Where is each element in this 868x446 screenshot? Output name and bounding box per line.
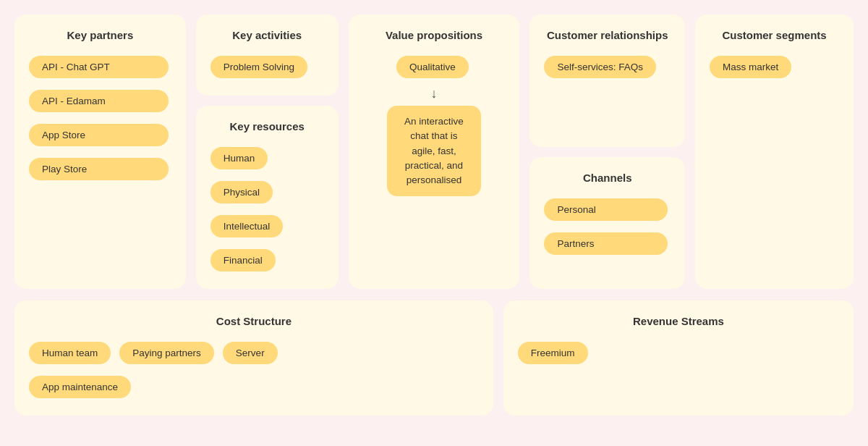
value-propositions-title: Value propositions xyxy=(363,29,506,41)
customer-segments-title: Customer segments xyxy=(710,29,839,41)
key-activities-title: Key activities xyxy=(210,29,324,41)
value-propositions-content: Qualitative ↓ An interactive chat that i… xyxy=(363,53,506,196)
customer-relationships-tags: Self-services: FAQs xyxy=(544,53,671,81)
tag-human: Human xyxy=(210,147,268,169)
revenue-streams-card: Revenue Streams Freemium xyxy=(503,300,854,416)
customer-segments-card: Customer segments Mass market xyxy=(695,14,854,289)
revenue-streams-tags: Freemium xyxy=(518,339,839,367)
arrow-down-icon: ↓ xyxy=(430,87,437,100)
tag-intellectual: Intellectual xyxy=(210,215,284,237)
relationships-channels-column: Customer relationships Self-services: FA… xyxy=(529,14,685,289)
customer-relationships-card: Customer relationships Self-services: FA… xyxy=(529,14,685,147)
canvas: Key partners API - Chat GPT API - Edamam… xyxy=(14,14,854,416)
tag-api-chatgpt: API - Chat GPT xyxy=(29,56,169,78)
key-activities-card: Key activities Problem Solving xyxy=(196,14,339,96)
key-partners-title: Key partners xyxy=(29,29,171,41)
key-partners-tags: API - Chat GPT API - Edamam App Store Pl… xyxy=(29,53,171,183)
tag-personal: Personal xyxy=(544,198,668,221)
channels-tags: Personal Partners xyxy=(544,195,671,258)
key-activities-tags: Problem Solving xyxy=(210,53,324,81)
tag-server: Server xyxy=(223,342,278,364)
tag-self-services: Self-services: FAQs xyxy=(544,56,656,78)
cost-structure-title: Cost Structure xyxy=(29,315,479,327)
tag-play-store: Play Store xyxy=(29,158,169,180)
tag-app-maintenance: App maintenance xyxy=(29,376,131,398)
key-resources-card: Key resources Human Physical Intellectua… xyxy=(196,106,339,289)
channels-title: Channels xyxy=(544,172,671,184)
tag-financial: Financial xyxy=(210,249,276,272)
tag-partners: Partners xyxy=(544,232,668,255)
key-resources-title: Key resources xyxy=(210,120,324,132)
tag-physical: Physical xyxy=(210,181,273,203)
cost-structure-row1: Human team Paying partners Server xyxy=(29,339,479,367)
tag-freemium: Freemium xyxy=(518,342,588,364)
cost-structure-row2: App maintenance xyxy=(29,373,479,401)
key-resources-tags: Human Physical Intellectual Financial xyxy=(210,144,324,274)
value-description: An interactive chat that is agile, fast,… xyxy=(387,106,481,196)
tag-problem-solving: Problem Solving xyxy=(210,56,307,78)
customer-segments-tags: Mass market xyxy=(710,53,839,81)
channels-card: Channels Personal Partners xyxy=(529,157,685,290)
bottom-row: Cost Structure Human team Paying partner… xyxy=(14,300,854,416)
tag-api-edamam: API - Edamam xyxy=(29,90,169,112)
key-partners-card: Key partners API - Chat GPT API - Edamam… xyxy=(14,14,186,289)
value-propositions-card: Value propositions Qualitative ↓ An inte… xyxy=(349,14,520,289)
tag-qualitative: Qualitative xyxy=(396,56,469,78)
top-row: Key partners API - Chat GPT API - Edamam… xyxy=(14,14,854,289)
cost-structure-card: Cost Structure Human team Paying partner… xyxy=(14,300,493,416)
tag-mass-market: Mass market xyxy=(710,56,791,78)
tag-app-store: App Store xyxy=(29,124,169,146)
customer-relationships-title: Customer relationships xyxy=(544,29,671,41)
revenue-streams-title: Revenue Streams xyxy=(518,315,839,327)
tag-human-team: Human team xyxy=(29,342,111,364)
activities-resources-column: Key activities Problem Solving Key resou… xyxy=(196,14,339,289)
tag-paying-partners: Paying partners xyxy=(119,342,214,364)
